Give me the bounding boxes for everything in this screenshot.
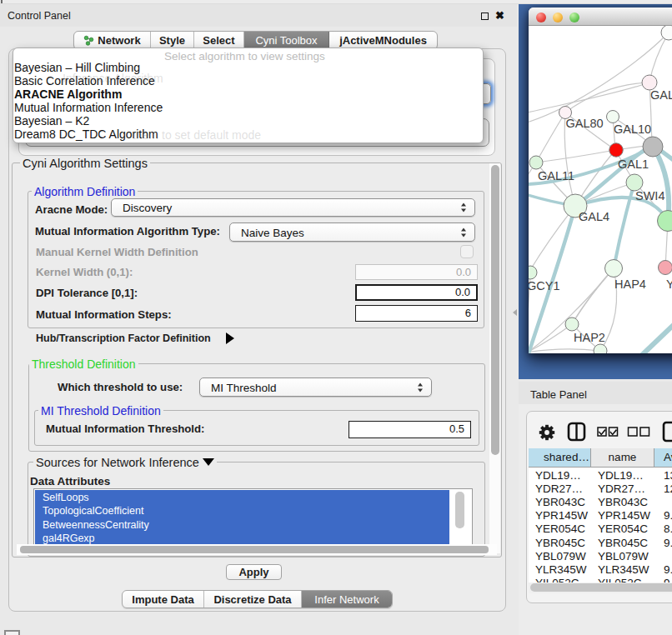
svg-text:YMR05: YMR05 (666, 278, 672, 291)
svg-text:GCY1: GCY1 (529, 279, 560, 292)
svg-text:GAL10: GAL10 (614, 122, 651, 136)
svg-text:SWI4: SWI4 (635, 189, 664, 202)
svg-text:HAP4: HAP4 (614, 278, 646, 291)
svg-text:GAL11: GAL11 (538, 169, 574, 182)
svg-text:GAL1: GAL1 (618, 158, 649, 171)
svg-text:GAL80: GAL80 (566, 117, 604, 130)
svg-text:GAL2: GAL2 (650, 88, 672, 102)
svg-text:GAL4: GAL4 (579, 210, 609, 223)
svg-text:HAP2: HAP2 (574, 331, 605, 344)
